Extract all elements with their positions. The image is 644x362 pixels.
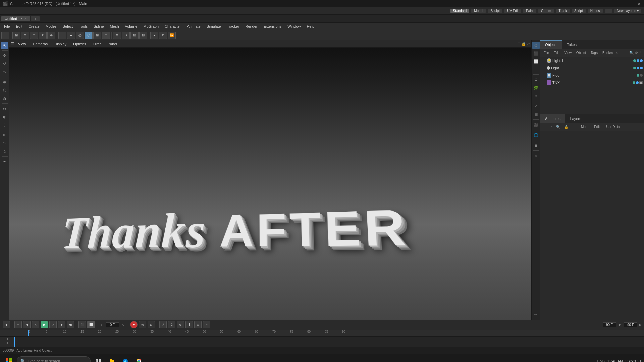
layout-uvedit[interactable]: UV Edit xyxy=(504,9,521,13)
vp-options-menu[interactable]: Options xyxy=(70,41,89,47)
attr-edit-label[interactable]: Edit xyxy=(593,125,601,129)
tab-untitled1[interactable]: Untitled 1 * ✕ xyxy=(1,16,30,21)
tl-keyframe-btn[interactable]: ◆ xyxy=(3,321,10,328)
lt-erase-btn[interactable]: ◌ xyxy=(1,121,8,128)
attr-tab-layers[interactable]: Layers xyxy=(565,114,586,123)
attr-up-btn[interactable]: ↑ xyxy=(549,125,553,129)
attr-tab-attributes[interactable]: Attributes xyxy=(540,114,565,123)
rib-curve-btn[interactable]: ◜ xyxy=(532,103,540,110)
taskbar-app-chrome[interactable] xyxy=(133,355,145,362)
obj-refresh-icon[interactable]: ⟳ xyxy=(635,51,638,55)
toolbar-render-anim[interactable]: ⏩ xyxy=(168,32,176,39)
attr-userdata-label[interactable]: User Data xyxy=(603,125,621,129)
tl-goto-end[interactable]: ⏭ xyxy=(67,321,74,328)
taskbar-app-edge[interactable] xyxy=(119,355,131,362)
obj-search-icon[interactable]: 🔍 xyxy=(629,51,634,55)
menu-edit[interactable]: Edit xyxy=(13,24,25,29)
obj-tb-object[interactable]: Object xyxy=(574,51,588,55)
tab-add[interactable]: + xyxy=(31,16,40,21)
lt-live-btn[interactable]: ◑ xyxy=(1,95,8,102)
menu-mograph[interactable]: MoGraph xyxy=(141,24,161,29)
rib-text-btn[interactable]: T xyxy=(532,66,540,73)
tl-play[interactable]: ▶ xyxy=(41,321,48,328)
obj-tb-tags[interactable]: Tags xyxy=(589,51,600,55)
layout-script[interactable]: Script xyxy=(572,9,586,13)
attr-back-btn[interactable]: ← xyxy=(542,125,548,129)
menu-help[interactable]: Help xyxy=(304,24,317,29)
menu-render[interactable]: Render xyxy=(243,24,260,29)
attr-search-btn[interactable]: 🔍 xyxy=(555,125,561,129)
lt-paint-btn[interactable]: ◐ xyxy=(1,113,8,120)
obj-tb-edit[interactable]: Edit xyxy=(552,51,561,55)
menu-modes[interactable]: Modes xyxy=(43,24,59,29)
tl-loop-btn[interactable]: ↺ xyxy=(159,321,167,328)
lt-scale-btn[interactable]: ⤡ xyxy=(1,68,8,75)
attr-more-btn[interactable]: ⋮ xyxy=(571,125,577,129)
menu-create[interactable]: Create xyxy=(26,24,42,29)
start-button[interactable] xyxy=(3,355,15,362)
tab-takes[interactable]: Takes xyxy=(562,40,581,49)
menu-file[interactable]: File xyxy=(1,24,13,29)
menu-simulate[interactable]: Simulate xyxy=(204,24,224,29)
obj-row-floor[interactable]: ⬜ Floor xyxy=(540,72,644,79)
rib-anim-btn[interactable]: ⬜ xyxy=(532,58,540,65)
layout-nodes[interactable]: Nodes xyxy=(588,9,603,13)
obj-row-light1[interactable]: 💡 Light.1 xyxy=(540,57,644,64)
tl-end-frame-input2[interactable]: 90 F xyxy=(624,322,637,327)
vp-expand-icon[interactable]: ⤢ xyxy=(527,42,530,46)
menu-volume[interactable]: Volume xyxy=(122,24,140,29)
rib-scene-btn[interactable]: ⬛ xyxy=(532,50,540,57)
toolbar-vp4[interactable]: ⬡ xyxy=(85,32,93,39)
minimize-button[interactable]: — xyxy=(625,1,629,6)
vp-lock-icon[interactable]: 🔒 xyxy=(521,42,526,46)
menu-character[interactable]: Character xyxy=(162,24,183,29)
tab-objects[interactable]: Objects xyxy=(540,40,562,49)
tl-rec-pos[interactable]: ● xyxy=(130,321,138,328)
lt-pen-btn[interactable]: ✏ xyxy=(1,131,8,139)
tl-rec-scale[interactable]: ⊡ xyxy=(148,321,155,328)
obj-tb-bookmarks[interactable]: Bookmarks xyxy=(600,51,621,55)
obj-row-light[interactable]: Light xyxy=(540,64,644,72)
obj-tb-file[interactable]: File xyxy=(542,51,551,55)
tab-close-icon[interactable]: ✕ xyxy=(24,17,27,20)
lt-poly-btn[interactable]: ⬡ xyxy=(1,86,8,94)
lt-move-btn[interactable]: ✛ xyxy=(1,52,8,59)
toolbar-select-btn[interactable]: ⊠ xyxy=(12,32,20,39)
menu-tools[interactable]: Tools xyxy=(76,24,90,29)
tl-more-btn3[interactable]: ≡ xyxy=(203,321,210,328)
track-playhead[interactable] xyxy=(14,337,15,347)
maximize-button[interactable]: □ xyxy=(631,1,635,6)
lt-more-btn[interactable]: ⋯ xyxy=(1,158,8,165)
layout-add[interactable]: + xyxy=(605,9,612,13)
lt-transform-btn[interactable]: ⊕ xyxy=(1,78,8,86)
lt-smear-btn[interactable]: 〜 xyxy=(1,139,8,147)
vp-cameras-menu[interactable]: Cameras xyxy=(30,41,51,47)
lt-brush-btn[interactable]: ⊙ xyxy=(1,105,8,112)
taskbar-search-box[interactable]: 🔍 Type here to search xyxy=(17,356,91,362)
toolbar-vp5[interactable]: ⊞ xyxy=(93,32,101,39)
lt-tool3-btn[interactable]: ⌂ xyxy=(1,147,8,155)
titlebar-controls[interactable]: — □ ✕ xyxy=(625,1,641,6)
obj-more-icon[interactable]: ⋮ xyxy=(639,51,643,55)
tl-play-back[interactable]: ◁ xyxy=(32,321,39,328)
vp-filter-menu[interactable]: Filter xyxy=(90,41,103,47)
menu-mesh[interactable]: Mesh xyxy=(107,24,122,29)
toolbar-move[interactable]: ⊕ xyxy=(113,32,121,39)
tl-next-frame[interactable]: ▶ xyxy=(58,321,65,328)
toolbar-vp3[interactable]: ◎ xyxy=(76,32,84,39)
toolbar-vp6[interactable]: □ xyxy=(102,32,110,39)
menu-window[interactable]: Window xyxy=(285,24,303,29)
vp-display-menu[interactable]: Display xyxy=(52,41,69,47)
tl-more-btn1[interactable]: ⋮ xyxy=(185,321,193,328)
tl-end-arrow[interactable]: ▶ xyxy=(639,323,641,327)
rib-layers-btn[interactable]: ▤ xyxy=(532,111,540,118)
taskbar-app-explorer[interactable] xyxy=(106,355,118,362)
rib-cam-btn[interactable]: 🎥 xyxy=(532,121,540,128)
lt-rotate-btn[interactable]: ↺ xyxy=(1,60,8,67)
toolbar-x-btn[interactable]: X xyxy=(21,32,29,39)
rib-plant-btn[interactable]: 🌿 xyxy=(532,84,540,92)
layout-new[interactable]: New Layouts ▾ xyxy=(614,9,641,13)
toolbar-z-btn[interactable]: Z xyxy=(39,32,47,39)
tl-record-btn[interactable]: ⬛ xyxy=(78,321,86,328)
taskbar-app-taskview[interactable] xyxy=(93,355,105,362)
